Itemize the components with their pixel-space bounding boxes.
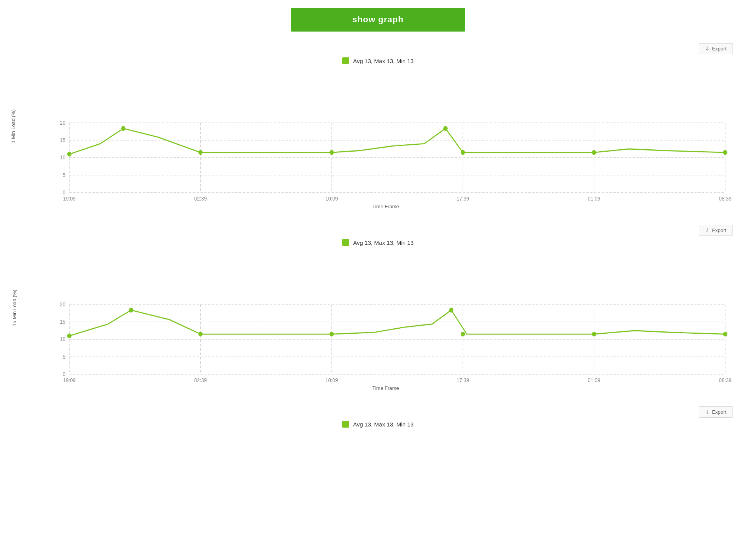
- svg-point-29: [122, 126, 125, 130]
- svg-text:02:39: 02:39: [194, 377, 207, 383]
- svg-point-22: [67, 152, 71, 156]
- chart2-y-label: 15 Min Load (%): [12, 289, 17, 326]
- legend-color-2: [342, 239, 349, 246]
- svg-point-27: [723, 150, 727, 154]
- export-label-1: Export: [712, 46, 726, 52]
- svg-text:17:39: 17:39: [456, 195, 469, 202]
- svg-point-24: [330, 150, 334, 154]
- svg-point-59: [129, 308, 133, 312]
- chart1-svg: 20 15 10 5 0 19:09 02:39 10:09 17:39 01:…: [38, 70, 733, 201]
- svg-text:02:39: 02:39: [194, 195, 207, 202]
- chart2-container: 20 15 10 5 0 19:09 02:39 10:09 17:39 01:…: [38, 252, 733, 383]
- export-icon-3: ⇩: [705, 409, 709, 415]
- svg-point-54: [330, 332, 334, 336]
- export-icon-2: ⇩: [705, 227, 709, 233]
- chart1-section: ⇩ Export Avg 13, Max 13, Min 13 1 Min Lo…: [0, 43, 756, 209]
- show-graph-button[interactable]: show graph: [291, 8, 465, 32]
- chart3-section: ⇩ Export Avg 13, Max 13, Min 13: [0, 406, 756, 428]
- export-button-2[interactable]: ⇩ Export: [699, 225, 733, 236]
- svg-text:0: 0: [63, 371, 65, 377]
- svg-text:19:09: 19:09: [63, 195, 76, 202]
- svg-point-56: [592, 332, 596, 336]
- export-label-2: Export: [712, 227, 726, 233]
- export-btn-wrapper-1: ⇩ Export: [23, 43, 733, 54]
- svg-point-28: [444, 126, 448, 130]
- chart2-legend: Avg 13, Max 13, Min 13: [23, 239, 733, 246]
- show-graph-btn-wrapper: show graph: [0, 8, 756, 32]
- chart2-section: ⇩ Export Avg 13, Max 13, Min 13 15 Min L…: [0, 225, 756, 391]
- svg-text:0: 0: [63, 189, 65, 196]
- svg-text:10: 10: [60, 336, 66, 342]
- legend-label-1: Avg 13, Max 13, Min 13: [353, 58, 413, 64]
- legend-label-2: Avg 13, Max 13, Min 13: [353, 239, 413, 246]
- svg-text:15: 15: [60, 318, 66, 325]
- export-button-1[interactable]: ⇩ Export: [699, 43, 733, 54]
- export-btn-wrapper-2: ⇩ Export: [23, 225, 733, 236]
- chart2-x-label: Time Frame: [38, 385, 733, 391]
- svg-text:10:09: 10:09: [325, 195, 338, 202]
- svg-point-26: [592, 150, 596, 154]
- svg-text:17:39: 17:39: [456, 377, 469, 383]
- legend-label-3: Avg 13, Max 13, Min 13: [353, 421, 413, 428]
- svg-point-23: [198, 150, 202, 154]
- legend-color-3: [342, 421, 349, 428]
- svg-point-57: [723, 332, 727, 336]
- chart3-legend: Avg 13, Max 13, Min 13: [23, 421, 733, 428]
- svg-text:19:09: 19:09: [63, 377, 76, 383]
- export-label-3: Export: [712, 409, 726, 415]
- svg-text:10:09: 10:09: [325, 377, 338, 383]
- export-button-3[interactable]: ⇩ Export: [699, 406, 733, 418]
- chart1-y-label: 1 Min Load (%): [10, 109, 16, 143]
- svg-text:01:09: 01:09: [588, 195, 600, 202]
- svg-text:5: 5: [63, 172, 65, 178]
- svg-text:20: 20: [60, 119, 66, 126]
- svg-text:20: 20: [60, 301, 66, 308]
- chart2-svg: 20 15 10 5 0 19:09 02:39 10:09 17:39 01:…: [38, 252, 733, 383]
- svg-point-58: [450, 308, 453, 312]
- legend-color-1: [342, 57, 349, 64]
- svg-text:15: 15: [60, 137, 66, 143]
- svg-text:01:09: 01:09: [588, 377, 600, 383]
- svg-point-25: [461, 150, 465, 154]
- svg-text:10: 10: [60, 154, 66, 160]
- svg-text:5: 5: [63, 353, 65, 360]
- chart1-x-label: Time Frame: [38, 204, 733, 209]
- page-wrapper: show graph ⇩ Export Avg 13, Max 13, Min …: [0, 0, 756, 545]
- export-btn-wrapper-3: ⇩ Export: [23, 406, 733, 418]
- chart1-container: 20 15 10 5 0 19:09 02:39 10:09 17:39 01:…: [38, 70, 733, 201]
- svg-point-55: [461, 332, 465, 336]
- chart1-legend: Avg 13, Max 13, Min 13: [23, 57, 733, 64]
- svg-point-53: [198, 332, 202, 336]
- svg-text:08:39: 08:39: [719, 377, 732, 383]
- svg-point-52: [67, 334, 71, 338]
- svg-text:08:39: 08:39: [719, 195, 732, 202]
- export-icon-1: ⇩: [705, 46, 709, 52]
